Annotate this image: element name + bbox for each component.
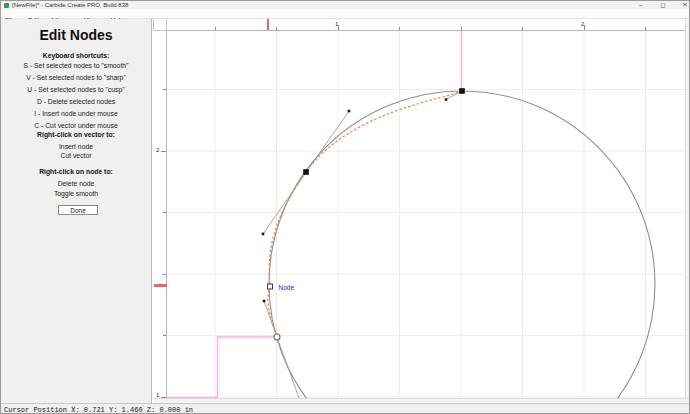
node-end[interactable] [274, 334, 280, 340]
cursor-position-readout: Cursor Position X: 0.721 Y: 1.460 Z: 0.0… [4, 406, 193, 414]
ruler-h-label-2: 2 [581, 21, 584, 27]
design-canvas[interactable]: Node [167, 31, 685, 398]
node-hovered[interactable] [268, 284, 273, 289]
selected-vector-path[interactable] [268, 91, 462, 337]
shortcut-smooth: S - Set selected nodes to "smooth" [1, 62, 151, 69]
panel-title: Edit Nodes [1, 27, 151, 43]
handle-point[interactable] [445, 98, 448, 101]
keyboard-shortcuts-heading: Keyboard shortcuts: [1, 52, 151, 59]
node-toggle-smooth: Toggle smooth [1, 190, 151, 197]
status-bar: Cursor Position X: 0.721 Y: 1.460 Z: 0.0… [1, 403, 690, 414]
horizontal-ruler: 1 2 [167, 19, 685, 31]
vertical-scrollbar[interactable] [685, 19, 690, 398]
shortcut-cusp: U - Set selected nodes to "cusp" [1, 86, 151, 93]
shortcut-sharp: V - Set selected nodes to "sharp" [1, 74, 151, 81]
handle-lines [263, 91, 462, 398]
handle-points [262, 98, 448, 302]
rightclick-node-heading: Right-click on node to: [1, 168, 151, 175]
unselected-vector-bottom[interactable] [167, 337, 277, 398]
handle-point[interactable] [262, 233, 265, 236]
window-title: [NewFile]* - Carbide Create PRO, Build 8… [12, 2, 128, 8]
node-tooltip: Node [279, 284, 295, 291]
app-icon [4, 3, 9, 8]
canvas-svg: Node [167, 31, 685, 398]
rightclick-vector-heading: Right-click on vector to: [1, 131, 151, 138]
edit-nodes-panel: Edit Nodes Keyboard shortcuts: S - Set s… [1, 19, 152, 403]
close-button[interactable]: ✕ [679, 1, 690, 9]
ruler-h-label-1: 1 [335, 21, 338, 27]
ruler-v-label-2: 2 [156, 147, 159, 153]
title-bar[interactable]: [NewFile]* - Carbide Create PRO, Build 8… [1, 1, 690, 9]
vertical-ruler: 2 1 [153, 31, 167, 398]
handle-point[interactable] [348, 110, 351, 113]
done-button[interactable]: Done [58, 205, 98, 215]
vector-cut-vector: Cut vector [1, 152, 151, 159]
app-window: [NewFile]* - Carbide Create PRO, Build 8… [0, 0, 690, 414]
node-mid[interactable] [303, 169, 309, 175]
handle-point[interactable] [263, 300, 266, 303]
node-top[interactable] [459, 88, 465, 94]
grid-lines [167, 31, 685, 398]
circle-vector[interactable] [269, 91, 655, 398]
cursor-position-marker-x [267, 19, 269, 30]
node-delete-node: Delete node [1, 180, 151, 187]
ruler-corner [153, 19, 167, 31]
shortcut-delete: D - Delete selected nodes [1, 98, 151, 105]
minimize-button[interactable]: – [635, 1, 647, 9]
maximize-button[interactable]: ◻ [657, 1, 669, 9]
shortcut-cut: C - Cut vector under mouse [1, 122, 151, 129]
shortcut-insert: I - Insert node under mouse [1, 110, 151, 117]
vector-insert-node: Insert node [1, 143, 151, 150]
cursor-position-marker-y [154, 284, 167, 287]
menu-bar: File Edit Library View Help [1, 9, 690, 19]
